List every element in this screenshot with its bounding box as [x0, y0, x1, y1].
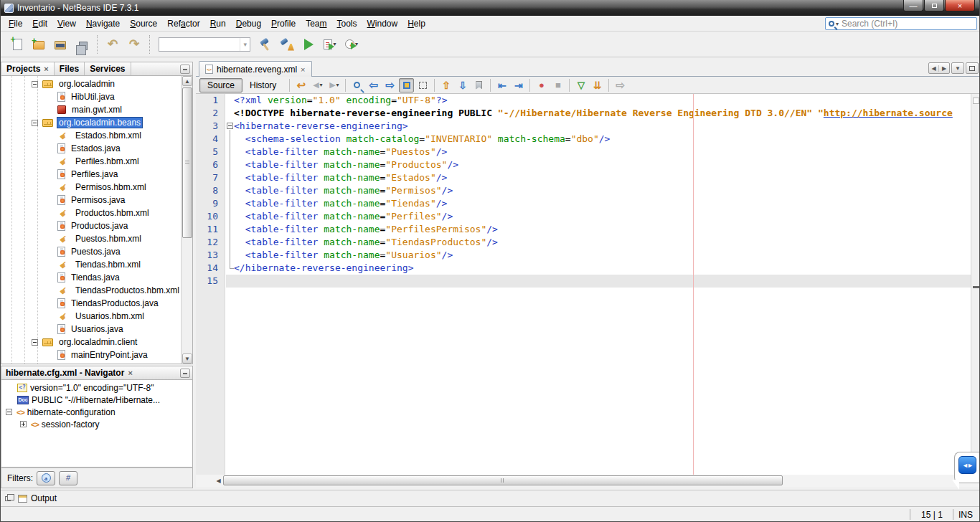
tree-item[interactable]: org.localadmin — [1, 77, 181, 90]
menu-profile[interactable]: Profile — [266, 16, 301, 31]
scrollbar-thumb[interactable] — [182, 87, 192, 238]
menu-navigate[interactable]: Navigate — [81, 16, 125, 31]
forward-button[interactable]: ▾ — [326, 78, 341, 92]
collapse-toggle-icon[interactable] — [32, 81, 38, 87]
scroll-tabs-left-icon[interactable]: ◀ — [929, 65, 939, 72]
close-button[interactable]: × — [945, 0, 975, 11]
toggle-bookmark-button[interactable] — [471, 78, 486, 92]
tree-item[interactable]: Tiendas.hbm.xml — [1, 258, 181, 271]
minus-toggle-icon[interactable] — [6, 409, 12, 415]
code-line[interactable]: <!DOCTYPE hibernate-reverse-engineering … — [234, 107, 953, 120]
next-occurrence-button[interactable] — [590, 78, 605, 92]
tree-item[interactable]: main.gwt.xml — [1, 103, 181, 116]
open-project-button[interactable] — [50, 34, 70, 54]
scroll-tabs-right-icon[interactable]: ▶ — [939, 65, 949, 72]
tab-list-button[interactable]: ▼ — [951, 62, 964, 74]
build-button[interactable] — [255, 34, 275, 54]
highlight-search-button[interactable] — [399, 78, 414, 92]
menu-team[interactable]: Team — [301, 16, 331, 31]
error-stripe[interactable] — [971, 94, 980, 475]
new-project-button[interactable] — [29, 34, 49, 54]
editor-tab[interactable]: hibernate.reveng.xml — [199, 61, 312, 77]
history-view-button[interactable]: History — [242, 79, 283, 92]
menu-source[interactable]: Source — [125, 16, 162, 31]
chevron-down-icon[interactable]: ▾ — [320, 82, 323, 88]
last-edit-location-button[interactable] — [293, 78, 308, 92]
menu-window[interactable]: Window — [362, 16, 403, 31]
tab-projects[interactable]: Projects — [1, 62, 55, 75]
tree-item[interactable]: Perfiles.java — [1, 168, 181, 181]
toolbar-combobox[interactable]: ▾ — [159, 37, 250, 52]
navigator-item[interactable]: session-factory — [1, 418, 192, 430]
restore-button[interactable] — [924, 0, 944, 11]
debug-button[interactable]: ▾ — [320, 34, 340, 54]
plus-toggle-icon[interactable] — [20, 421, 27, 427]
minimize-panel-button[interactable] — [180, 369, 190, 378]
tree-item[interactable]: Puestos.hbm.xml — [1, 232, 181, 245]
tree-item[interactable]: Permisos.hbm.xml — [1, 181, 181, 194]
fold-toggle-icon[interactable] — [227, 123, 233, 129]
code-line[interactable]: <table-filter match-name="TiendasProduct… — [234, 236, 498, 249]
chevron-down-icon[interactable]: ▾ — [836, 21, 839, 27]
code-line[interactable]: <table-filter match-name="Estados"/> — [234, 171, 447, 184]
rectangular-selection-button[interactable] — [415, 78, 430, 92]
code-line[interactable]: <table-filter match-name="PerfilesPermis… — [234, 223, 498, 236]
close-icon[interactable] — [128, 370, 132, 376]
tab-services[interactable]: Services — [85, 62, 131, 75]
tree-item[interactable]: Estados.java — [1, 142, 181, 155]
projects-scrollbar[interactable]: ▲ ▼ — [181, 76, 192, 364]
tab-files[interactable]: Files — [55, 62, 85, 75]
chevron-down-icon[interactable]: ▾ — [336, 82, 339, 88]
menu-file[interactable]: File — [4, 16, 27, 31]
minimize-button[interactable]: — — [903, 0, 923, 11]
close-icon[interactable] — [301, 67, 305, 72]
navigator-header[interactable]: hibernate.cfg.xml - Navigator — [1, 366, 193, 380]
code-line[interactable]: <?xml version="1.0" encoding="UTF-8"?> — [234, 94, 447, 107]
tree-item[interactable]: mainEntryPoint.java — [1, 348, 181, 361]
previous-bookmark-button[interactable] — [438, 78, 453, 92]
close-icon[interactable] — [44, 66, 48, 72]
code-line[interactable]: </hibernate-reverse-engineering> — [234, 262, 413, 275]
back-button[interactable]: ▾ — [310, 78, 325, 92]
horizontal-scrollbar[interactable]: ◀ ▶ — [196, 475, 980, 487]
title-bar[interactable]: Inventario - NetBeans IDE 7.3.1 — × — [1, 0, 979, 16]
tree-item[interactable]: Productos.hbm.xml — [1, 207, 181, 219]
stop-macro-button[interactable] — [550, 78, 565, 92]
tree-item[interactable]: Permisos.java — [1, 194, 181, 207]
tree-item[interactable]: org.localadmin.client — [1, 336, 181, 348]
collapse-toggle-icon[interactable] — [32, 339, 38, 346]
find-selection-button[interactable] — [349, 78, 364, 92]
filter-attributes-button[interactable] — [37, 471, 55, 485]
find-next-button[interactable] — [382, 78, 397, 92]
code-line[interactable]: <table-filter match-name="Permisos"/> — [234, 184, 453, 197]
search-box[interactable]: ▾ Search (Ctrl+I) — [825, 17, 977, 30]
code-line[interactable]: <table-filter match-name="Tiendas"/> — [234, 197, 447, 210]
navigator-item[interactable]: PUBLIC "-//Hibernate/Hibernate... — [1, 394, 192, 406]
previous-occurrence-button[interactable] — [573, 78, 588, 92]
menu-refactor[interactable]: Refactor — [162, 16, 204, 31]
profile-button[interactable]: ▾ — [341, 34, 362, 54]
output-tab-label[interactable]: Output — [31, 493, 57, 503]
code-line[interactable]: <table-filter match-name="Perfiles"/> — [234, 210, 453, 223]
code-line[interactable]: <table-filter match-name="Productos"/> — [234, 158, 458, 171]
tree-item[interactable]: Perfiles.hbm.xml — [1, 155, 181, 168]
code-line[interactable]: <hibernate-reverse-engineering> — [234, 120, 408, 133]
scroll-up-icon[interactable]: ▲ — [182, 76, 192, 86]
run-button[interactable] — [298, 34, 319, 54]
code-area[interactable]: 123456789101112131415 <?xml version="1.0… — [196, 94, 980, 475]
tree-item[interactable]: Puestos.java — [1, 245, 181, 258]
shift-line-right-button[interactable] — [511, 78, 526, 92]
scrollbar-thumb[interactable] — [223, 475, 783, 485]
collapse-toggle-icon[interactable] — [32, 120, 38, 126]
tree-item[interactable]: TiendasProductos.java — [1, 297, 181, 310]
filter-content-button[interactable] — [59, 471, 77, 485]
menu-edit[interactable]: Edit — [27, 16, 52, 31]
tree-item[interactable]: Usuarios.java — [1, 323, 181, 336]
shift-line-left-button[interactable] — [494, 78, 509, 92]
find-previous-button[interactable] — [366, 78, 381, 92]
navigator-item[interactable]: hibernate-configuration — [1, 406, 192, 418]
tab-scroll-buttons[interactable]: ◀ ▶ — [928, 62, 950, 74]
redo-button[interactable] — [124, 34, 144, 54]
maximize-editor-button[interactable] — [966, 62, 979, 74]
tree-item[interactable]: TiendasProductos.hbm.xml — [1, 284, 181, 297]
